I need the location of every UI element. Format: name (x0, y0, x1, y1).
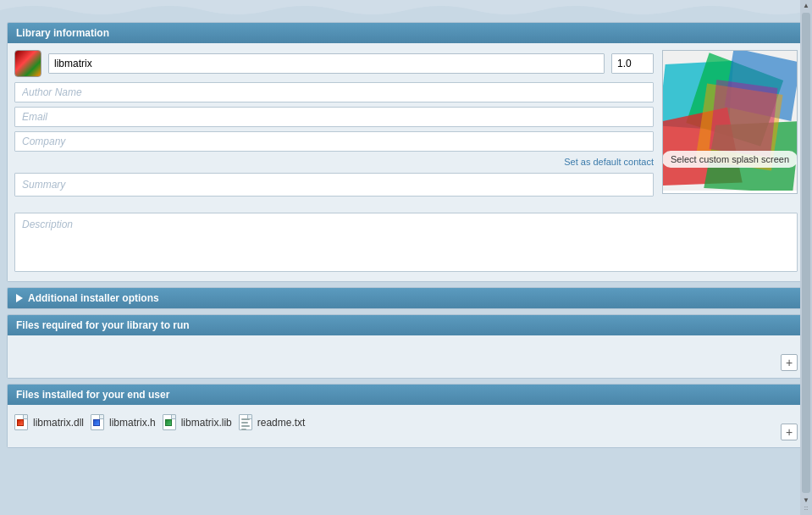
scroll-up-arrow[interactable]: ▲ (803, 2, 809, 9)
additional-installer-panel: Additional installer options (7, 287, 805, 309)
splash-screen-container: Select custom splash screen (662, 50, 798, 201)
library-info-header: Library information (8, 23, 804, 43)
set-default-link[interactable]: Set as default contact (564, 157, 654, 167)
scroll-thumb[interactable] (802, 13, 810, 493)
version-input[interactable] (611, 53, 654, 74)
main-content: Library information (0, 15, 812, 460)
list-item: libmatrix.lib (163, 413, 232, 432)
list-item: readme.txt (239, 413, 306, 432)
scrollbar[interactable]: ▲ ▼ :: (800, 0, 812, 515)
email-input[interactable] (14, 107, 654, 127)
files-required-body: + (8, 335, 804, 378)
files-required-title: Files required for your library to run (16, 319, 190, 331)
expand-triangle-icon (16, 294, 23, 302)
file-name: libmatrix.lib (181, 417, 232, 429)
files-required-panel: Files required for your library to run + (7, 314, 805, 379)
file-name: libmatrix.dll (33, 417, 84, 429)
files-installed-list: libmatrix.dll libmatrix.h (14, 410, 798, 435)
h-file-icon (91, 414, 106, 431)
scroll-resize-icon: :: (804, 504, 808, 513)
scroll-down-arrow[interactable]: ▼ (803, 496, 809, 504)
library-name-input[interactable] (48, 53, 605, 74)
app-icon-image (14, 50, 41, 77)
set-default-link-container: Set as default contact (14, 156, 654, 168)
lib-info-left: Set as default contact (14, 50, 654, 201)
splash-screen: Select custom splash screen (662, 50, 798, 194)
files-installed-title: Files installed for your end user (16, 389, 169, 401)
list-item: libmatrix.dll (14, 413, 84, 432)
list-item: libmatrix.h (91, 413, 156, 432)
select-splash-button[interactable]: Select custom splash screen (662, 151, 798, 168)
summary-input[interactable] (14, 173, 654, 197)
summary-field-container (14, 173, 654, 197)
lib-file-icon (163, 414, 178, 431)
files-required-header: Files required for your library to run (8, 315, 804, 335)
company-input[interactable] (14, 131, 654, 152)
library-info-body: Set as default contact (8, 43, 804, 208)
files-installed-header: Files installed for your end user (8, 385, 804, 405)
description-textarea[interactable] (14, 213, 798, 272)
library-info-panel: Library information (7, 22, 805, 282)
add-required-file-button[interactable]: + (781, 354, 798, 371)
email-field (14, 107, 654, 127)
author-field (14, 82, 654, 102)
splash-overlay: Select custom splash screen (663, 151, 797, 168)
description-section (8, 208, 804, 281)
author-input[interactable] (14, 82, 654, 102)
files-installed-body: libmatrix.dll libmatrix.h (8, 405, 804, 447)
app-icon (14, 50, 41, 77)
files-required-list (14, 341, 798, 366)
additional-installer-header[interactable]: Additional installer options (8, 288, 804, 308)
wavy-decoration (0, 0, 812, 15)
library-info-title: Library information (16, 27, 109, 39)
company-field (14, 131, 654, 152)
file-name: readme.txt (257, 417, 306, 429)
file-name: libmatrix.h (109, 417, 156, 429)
page-background: Library information (0, 0, 812, 515)
name-version-row (14, 50, 654, 77)
splash-svg (663, 51, 798, 191)
files-installed-panel: Files installed for your end user libmat… (7, 384, 805, 448)
additional-installer-title: Additional installer options (28, 292, 159, 304)
dll-file-icon (14, 414, 30, 431)
add-installed-file-button[interactable]: + (781, 424, 798, 440)
txt-file-icon (239, 414, 254, 431)
